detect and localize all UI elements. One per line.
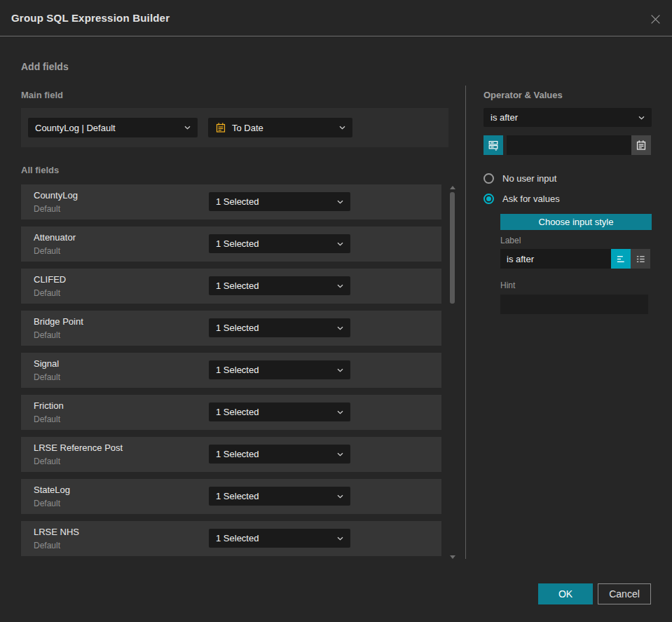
value-source-toggle-button[interactable] bbox=[484, 135, 503, 155]
field-row-select-value: 1 Selected bbox=[216, 196, 333, 207]
close-icon bbox=[650, 13, 661, 25]
field-row-select-value: 1 Selected bbox=[216, 365, 333, 375]
hint-input[interactable] bbox=[500, 295, 648, 314]
field-row-select[interactable]: 1 Selected bbox=[209, 445, 350, 464]
dialog-titlebar: Group SQL Expression Builder bbox=[0, 0, 672, 36]
operator-values-heading: Operator & Values bbox=[484, 90, 563, 100]
all-fields-list: CountyLog Default 1 Selected Attenuator … bbox=[21, 184, 441, 563]
calendar-icon bbox=[636, 140, 647, 151]
field-row-select[interactable]: 1 Selected bbox=[209, 276, 350, 295]
field-row-select-value: 1 Selected bbox=[216, 449, 333, 459]
close-button[interactable] bbox=[648, 12, 662, 26]
field-row-select[interactable]: 1 Selected bbox=[209, 487, 350, 506]
choose-input-style-button[interactable]: Choose input style bbox=[500, 214, 652, 230]
field-subtitle: Default bbox=[34, 541, 60, 550]
chevron-down-icon bbox=[337, 242, 343, 246]
chevron-down-icon bbox=[184, 126, 191, 130]
dropdown-list-icon bbox=[488, 140, 499, 151]
all-fields-heading: All fields bbox=[21, 165, 59, 175]
field-row-select-value: 1 Selected bbox=[216, 491, 333, 501]
label-field-caption: Label bbox=[500, 236, 521, 245]
scrollbar-thumb[interactable] bbox=[450, 192, 455, 304]
main-field-heading: Main field bbox=[21, 90, 63, 100]
ok-button[interactable]: OK bbox=[538, 583, 593, 604]
field-row-select[interactable]: 1 Selected bbox=[209, 234, 350, 253]
hint-field-caption: Hint bbox=[500, 280, 515, 290]
operator-select[interactable]: is after bbox=[484, 108, 652, 127]
list-scrollbar bbox=[449, 184, 456, 560]
value-row bbox=[484, 135, 652, 155]
field-name: LRSE NHS bbox=[34, 527, 79, 537]
chevron-down-icon bbox=[337, 284, 343, 288]
date-part-select-value: To Date bbox=[232, 123, 329, 133]
field-row: CLIFED Default 1 Selected bbox=[21, 269, 441, 304]
main-field-select-value: CountyLog | Default bbox=[35, 123, 180, 133]
field-subtitle: Default bbox=[34, 246, 60, 256]
chevron-down-icon bbox=[339, 126, 345, 130]
field-row-select-value: 1 Selected bbox=[216, 407, 333, 417]
field-name: CLIFED bbox=[34, 274, 66, 285]
field-row-select[interactable]: 1 Selected bbox=[209, 192, 350, 211]
label-input[interactable] bbox=[500, 249, 611, 269]
field-row: Friction Default 1 Selected bbox=[21, 395, 441, 430]
field-subtitle: Default bbox=[34, 204, 60, 214]
field-subtitle: Default bbox=[34, 457, 60, 466]
dialog-title: Group SQL Expression Builder bbox=[11, 12, 170, 24]
field-row-select[interactable]: 1 Selected bbox=[209, 529, 350, 548]
field-name: CountyLog bbox=[34, 190, 78, 201]
field-row-select-value: 1 Selected bbox=[216, 280, 333, 291]
chevron-down-icon bbox=[337, 326, 343, 330]
chevron-down-icon bbox=[337, 452, 343, 457]
label-row bbox=[500, 249, 652, 269]
field-subtitle: Default bbox=[34, 414, 60, 424]
scrollbar-down-arrow[interactable] bbox=[450, 555, 455, 559]
chevron-down-icon bbox=[337, 368, 343, 372]
field-row-select[interactable]: 1 Selected bbox=[209, 318, 350, 337]
calendar-picker-button[interactable] bbox=[631, 135, 651, 155]
radio-ask-for-values[interactable]: Ask for values bbox=[484, 193, 560, 204]
field-row-select[interactable]: 1 Selected bbox=[209, 403, 350, 421]
radio-icon bbox=[484, 173, 494, 184]
field-row: Bridge Point Default 1 Selected bbox=[21, 311, 441, 346]
field-name: Signal bbox=[34, 358, 59, 369]
field-row: LRSE NHS Default 1 Selected bbox=[21, 521, 441, 556]
radio-label: Ask for values bbox=[502, 194, 560, 204]
field-row: CountyLog Default 1 Selected bbox=[21, 184, 441, 219]
radio-label: No user input bbox=[502, 173, 556, 184]
field-name: Friction bbox=[34, 400, 64, 411]
field-row-select-value: 1 Selected bbox=[216, 533, 333, 543]
single-line-style-button[interactable] bbox=[611, 249, 631, 269]
value-input[interactable] bbox=[507, 135, 631, 155]
calendar-icon bbox=[215, 122, 226, 133]
list-icon bbox=[636, 254, 646, 264]
chevron-down-icon bbox=[638, 116, 645, 120]
field-row: LRSE Reference Post Default 1 Selected bbox=[21, 437, 441, 472]
field-name: LRSE Reference Post bbox=[34, 442, 123, 453]
cancel-button[interactable]: Cancel bbox=[598, 583, 651, 604]
field-name: Bridge Point bbox=[34, 316, 83, 327]
add-fields-heading: Add fields bbox=[21, 61, 69, 72]
field-subtitle: Default bbox=[34, 372, 60, 382]
main-field-select[interactable]: CountyLog | Default bbox=[28, 118, 198, 137]
field-row-select[interactable]: 1 Selected bbox=[209, 360, 350, 379]
field-row: Signal Default 1 Selected bbox=[21, 353, 441, 388]
operator-select-value: is after bbox=[491, 112, 634, 123]
radio-no-user-input[interactable]: No user input bbox=[484, 173, 556, 184]
field-subtitle: Default bbox=[34, 499, 60, 508]
chevron-down-icon bbox=[337, 494, 343, 499]
radio-icon bbox=[484, 194, 494, 204]
field-subtitle: Default bbox=[34, 330, 60, 340]
main-field-panel: CountyLog | Default To Date bbox=[21, 108, 448, 147]
scrollbar-up-arrow[interactable] bbox=[450, 186, 455, 189]
chevron-down-icon bbox=[337, 200, 343, 204]
field-name: StateLog bbox=[34, 485, 70, 495]
date-part-select[interactable]: To Date bbox=[208, 118, 352, 137]
panel-divider bbox=[465, 86, 466, 559]
field-row-select-value: 1 Selected bbox=[216, 238, 333, 249]
field-subtitle: Default bbox=[34, 288, 60, 298]
field-name: Attenuator bbox=[34, 232, 76, 243]
list-style-button[interactable] bbox=[631, 249, 650, 269]
field-row-select-value: 1 Selected bbox=[216, 323, 333, 333]
align-left-icon bbox=[616, 254, 626, 264]
chevron-down-icon bbox=[337, 536, 343, 541]
